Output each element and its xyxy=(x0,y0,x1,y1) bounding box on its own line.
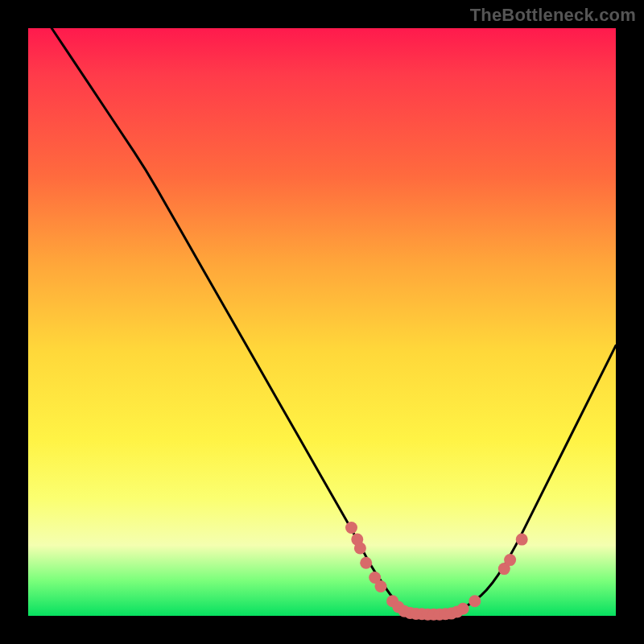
watermark-text: TheBottleneck.com xyxy=(470,5,636,26)
curve-marker xyxy=(457,603,469,615)
curve-marker xyxy=(345,522,357,534)
bottleneck-curve xyxy=(52,28,616,614)
chart-frame: TheBottleneck.com xyxy=(0,0,644,644)
curve-marker xyxy=(504,554,516,566)
plot-area xyxy=(28,28,616,616)
curve-markers xyxy=(345,522,528,621)
curve-marker xyxy=(516,534,528,546)
curve-svg xyxy=(28,28,616,616)
curve-marker xyxy=(375,580,387,592)
curve-marker xyxy=(360,557,372,569)
curve-marker xyxy=(469,595,481,607)
curve-marker xyxy=(354,543,366,555)
